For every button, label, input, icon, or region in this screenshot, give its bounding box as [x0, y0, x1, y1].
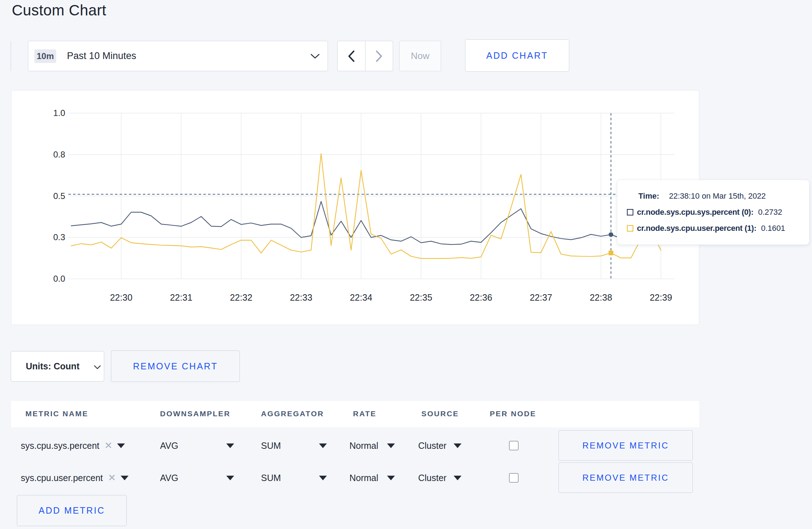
timescale-badge: 10m — [34, 49, 56, 63]
rate-select[interactable]: Normal — [349, 462, 378, 494]
metric-name-value: sys.cpu.user.percent — [21, 473, 103, 483]
dropdown-arrow-icon[interactable] — [226, 443, 234, 448]
page-title: Custom Chart — [12, 2, 106, 19]
tooltip-series-label: cr.node.sys.cpu.user.percent (1): — [637, 224, 757, 233]
downsampler-select[interactable]: AVG — [160, 462, 178, 494]
time-nav-group — [337, 41, 393, 71]
aggregator-select[interactable]: SUM — [261, 462, 281, 494]
source-value: Cluster — [418, 441, 446, 451]
metric-name-select[interactable]: sys.cpu.sys.percent ✕ — [21, 429, 125, 462]
rate-value: Normal — [349, 441, 378, 451]
downsampler-select[interactable]: AVG — [160, 429, 178, 462]
aggregator-select[interactable]: SUM — [261, 429, 281, 462]
chevron-down-icon — [94, 365, 101, 369]
series-swatch-user — [627, 225, 633, 232]
chevron-left-icon — [348, 50, 355, 62]
col-header-source: SOURCE — [421, 409, 459, 418]
dropdown-arrow-icon[interactable] — [454, 443, 461, 448]
timescale-dropdown[interactable]: 10m Past 10 Minutes — [28, 41, 328, 71]
prev-time-button[interactable] — [338, 41, 366, 71]
downsampler-value: AVG — [160, 441, 178, 451]
series-swatch-sys — [627, 209, 633, 215]
col-header-downsampler: DOWNSAMPLER — [160, 409, 231, 418]
tooltip-time-row: Time: 22:38:10 on Mar 15th, 2022 — [638, 191, 766, 201]
units-dropdown[interactable]: Units: Count — [11, 351, 104, 382]
rate-value: Normal — [349, 473, 378, 483]
tooltip-series-value: 0.2732 — [758, 208, 782, 217]
dropdown-arrow-icon[interactable] — [454, 476, 461, 480]
dropdown-arrow-icon[interactable] — [226, 476, 234, 480]
source-select[interactable]: Cluster — [418, 429, 446, 462]
metric-row: sys.cpu.sys.percent ✕ AVG SUM Normal Clu… — [11, 429, 699, 462]
aggregator-value: SUM — [261, 441, 281, 451]
aggregator-value: SUM — [261, 473, 281, 483]
per-node-cell — [509, 429, 518, 462]
per-node-checkbox[interactable] — [509, 441, 518, 450]
chart-card — [11, 90, 699, 325]
tooltip-series-value: 0.1601 — [761, 224, 785, 233]
add-metric-button[interactable]: ADD METRIC — [17, 495, 127, 526]
per-node-cell — [509, 462, 518, 494]
clear-metric-icon[interactable]: ✕ — [108, 473, 116, 483]
rate-select[interactable]: Normal — [349, 429, 378, 462]
per-node-checkbox[interactable] — [509, 473, 518, 482]
dropdown-arrow-icon[interactable] — [387, 476, 395, 480]
chart-tooltip: Time: 22:38:10 on Mar 15th, 2022 cr.node… — [617, 180, 809, 245]
col-header-metric-name: METRIC NAME — [25, 409, 88, 418]
chevron-right-icon — [376, 50, 383, 62]
now-button[interactable]: Now — [399, 41, 441, 71]
col-header-rate: RATE — [353, 409, 377, 418]
dropdown-arrow-icon[interactable] — [117, 443, 125, 448]
metric-name-value: sys.cpu.sys.percent — [21, 441, 100, 451]
tooltip-time-label: Time: — [638, 191, 659, 200]
remove-chart-button[interactable]: REMOVE CHART — [111, 350, 240, 382]
remove-metric-button[interactable]: REMOVE METRIC — [559, 462, 693, 493]
units-label: Units: Count — [26, 361, 79, 372]
tooltip-time-value: 22:38:10 on Mar 15th, 2022 — [669, 191, 765, 200]
source-value: Cluster — [418, 473, 446, 483]
metrics-table-header: METRIC NAME DOWNSAMPLER AGGREGATOR RATE … — [11, 401, 699, 427]
col-header-aggregator: AGGREGATOR — [261, 409, 324, 418]
tooltip-series-row: cr.node.sys.cpu.user.percent (1): 0.1601 — [627, 224, 785, 233]
dropdown-arrow-icon[interactable] — [319, 476, 327, 480]
col-header-per-node: PER NODE — [490, 409, 536, 418]
metric-row: sys.cpu.user.percent ✕ AVG SUM Normal Cl… — [11, 462, 699, 494]
dropdown-arrow-icon[interactable] — [319, 443, 327, 448]
timescale-label: Past 10 Minutes — [67, 50, 136, 62]
remove-metric-button[interactable]: REMOVE METRIC — [559, 430, 693, 461]
chevron-down-icon — [310, 54, 320, 59]
downsampler-value: AVG — [160, 473, 178, 483]
source-select[interactable]: Cluster — [418, 462, 446, 494]
clear-metric-icon[interactable]: ✕ — [105, 441, 113, 451]
dropdown-arrow-icon[interactable] — [387, 443, 395, 448]
tooltip-series-label: cr.node.sys.cpu.sys.percent (0): — [637, 208, 753, 217]
dropdown-arrow-icon[interactable] — [121, 476, 129, 480]
metric-name-select[interactable]: sys.cpu.user.percent ✕ — [21, 462, 129, 494]
add-chart-button[interactable]: ADD CHART — [465, 39, 569, 72]
custom-chart-page: Custom Chart 10m Past 10 Minutes Now ADD… — [0, 0, 812, 529]
tooltip-series-row: cr.node.sys.cpu.sys.percent (0): 0.2732 — [627, 208, 782, 217]
next-time-button[interactable] — [366, 41, 393, 71]
toolbar-left-rule — [11, 41, 11, 71]
